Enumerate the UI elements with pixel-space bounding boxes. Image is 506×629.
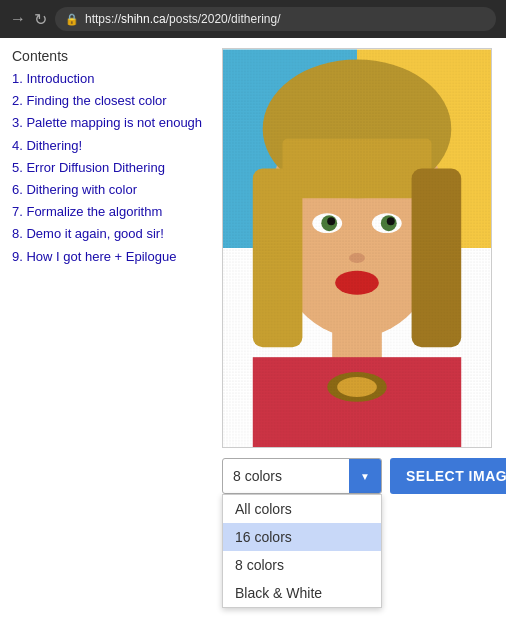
- sidebar-item-error-diffusion[interactable]: 5. Error Diffusion Dithering: [12, 159, 212, 177]
- refresh-button[interactable]: ↻: [34, 10, 47, 29]
- sidebar-item-dithering[interactable]: 4. Dithering!: [12, 137, 212, 155]
- lock-icon: 🔒: [65, 13, 79, 26]
- sidebar-item-formalize[interactable]: 7. Formalize the algorithm: [12, 203, 212, 221]
- main-content: 8 colors All colors 16 colors 8 colors B…: [222, 48, 506, 619]
- dithered-image-svg: [223, 49, 491, 447]
- url-text: https://shihn.ca/posts/2020/dithering/: [85, 12, 280, 26]
- dropdown-option-16[interactable]: 16 colors: [223, 523, 381, 551]
- dropdown-menu: All colors 16 colors 8 colors Black & Wh…: [222, 494, 382, 608]
- sidebar-item-epilogue[interactable]: 9. How I got here + Epilogue: [12, 248, 212, 266]
- back-button[interactable]: →: [10, 10, 26, 28]
- browser-chrome: → ↻ 🔒 https://shihn.ca/posts/2020/dither…: [0, 0, 506, 38]
- dropdown-option-bw[interactable]: Black & White: [223, 579, 381, 607]
- sidebar-item-demo[interactable]: 8. Demo it again, good sir!: [12, 225, 212, 243]
- contents-list: 1. Introduction 2. Finding the closest c…: [12, 70, 212, 266]
- dropdown-option-8[interactable]: 8 colors: [223, 551, 381, 579]
- select-image-button[interactable]: SELECT IMAGE: [390, 458, 506, 494]
- sidebar-item-dithering-color[interactable]: 6. Dithering with color: [12, 181, 212, 199]
- dropdown-wrapper: 8 colors All colors 16 colors 8 colors B…: [222, 458, 382, 494]
- dropdown-arrow-icon: [349, 459, 381, 493]
- sidebar: Contents 1. Introduction 2. Finding the …: [12, 48, 212, 619]
- address-bar[interactable]: 🔒 https://shihn.ca/posts/2020/dithering/: [55, 7, 496, 31]
- page-content: Contents 1. Introduction 2. Finding the …: [0, 38, 506, 629]
- dropdown-option-all[interactable]: All colors: [223, 495, 381, 523]
- controls-row: 8 colors All colors 16 colors 8 colors B…: [222, 458, 506, 494]
- svg-rect-20: [223, 49, 491, 446]
- sidebar-item-closest-color[interactable]: 2. Finding the closest color: [12, 92, 212, 110]
- contents-title: Contents: [12, 48, 212, 64]
- color-dropdown[interactable]: 8 colors: [222, 458, 382, 494]
- sidebar-item-palette-mapping[interactable]: 3. Palette mapping is not enough: [12, 114, 212, 132]
- sidebar-item-introduction[interactable]: 1. Introduction: [12, 70, 212, 88]
- dropdown-selected-label: 8 colors: [223, 468, 349, 484]
- dithered-image-container: [222, 48, 492, 448]
